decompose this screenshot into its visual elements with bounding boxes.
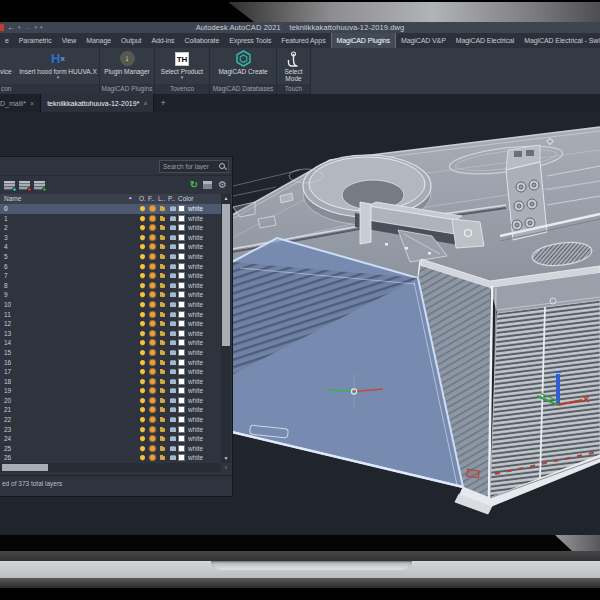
unlock-icon[interactable] xyxy=(160,437,165,441)
layer-row[interactable]: 8white xyxy=(0,281,221,291)
unlock-icon[interactable] xyxy=(160,361,165,365)
plot-printer-icon[interactable] xyxy=(170,447,176,451)
layer-row[interactable]: 13white xyxy=(0,329,221,339)
ribbon-tab-output[interactable]: Output xyxy=(116,33,146,48)
layer-row[interactable]: 4white xyxy=(0,242,221,252)
plot-printer-icon[interactable] xyxy=(170,408,176,412)
dropdown-caret-icon[interactable]: ▾ xyxy=(181,75,184,79)
column-lock[interactable]: L.. xyxy=(158,195,165,202)
unlock-icon[interactable] xyxy=(160,399,165,403)
scroll-up-icon[interactable]: ▲ xyxy=(221,194,231,203)
plot-printer-icon[interactable] xyxy=(170,361,176,365)
color-swatch-icon[interactable] xyxy=(179,436,184,441)
on-bulb-icon[interactable] xyxy=(140,436,145,441)
on-bulb-icon[interactable] xyxy=(140,407,145,412)
on-bulb-icon[interactable] xyxy=(140,216,145,221)
ribbon-tab-magicad-v-p[interactable]: MagiCAD V&P xyxy=(396,33,451,48)
ribbon-tab-express-tools[interactable]: Express Tools xyxy=(224,33,276,48)
new-layer-icon[interactable] xyxy=(4,181,15,190)
freeze-sun-icon[interactable] xyxy=(150,254,155,259)
on-bulb-icon[interactable] xyxy=(140,225,145,230)
freeze-sun-icon[interactable] xyxy=(150,407,155,412)
unlock-icon[interactable] xyxy=(160,217,165,221)
on-bulb-icon[interactable] xyxy=(140,254,145,259)
freeze-sun-icon[interactable] xyxy=(150,273,155,278)
freeze-sun-icon[interactable] xyxy=(150,312,155,317)
plot-printer-icon[interactable] xyxy=(170,428,176,432)
plot-printer-icon[interactable] xyxy=(170,313,176,317)
column-name[interactable]: Name xyxy=(4,195,21,202)
on-bulb-icon[interactable] xyxy=(140,360,145,365)
ribbon-tab-manage[interactable]: Manage xyxy=(81,33,116,48)
color-swatch-icon[interactable] xyxy=(179,225,184,230)
layer-row[interactable]: 3white xyxy=(0,233,221,243)
unlock-icon[interactable] xyxy=(160,447,165,451)
plot-printer-icon[interactable] xyxy=(170,399,176,403)
layer-row[interactable]: 6white xyxy=(0,262,221,272)
color-swatch-icon[interactable] xyxy=(179,369,184,374)
plot-printer-icon[interactable] xyxy=(170,245,176,249)
color-swatch-icon[interactable] xyxy=(179,417,184,422)
plot-printer-icon[interactable] xyxy=(170,437,176,441)
unlock-icon[interactable] xyxy=(160,255,165,259)
new-tab-button[interactable]: + xyxy=(154,94,171,112)
plot-printer-icon[interactable] xyxy=(170,265,176,269)
unlock-icon[interactable] xyxy=(160,418,165,422)
plugin-manager-button[interactable]: ↓ Plugin Manager xyxy=(101,48,153,84)
color-swatch-icon[interactable] xyxy=(179,350,184,355)
scrollbar-thumb[interactable] xyxy=(222,204,230,346)
freeze-sun-icon[interactable] xyxy=(150,264,155,269)
plot-printer-icon[interactable] xyxy=(170,456,176,460)
freeze-sun-icon[interactable] xyxy=(150,446,155,451)
unlock-icon[interactable] xyxy=(160,274,165,278)
plot-printer-icon[interactable] xyxy=(170,207,176,211)
ribbon-tab-featured-apps[interactable]: Featured Apps xyxy=(276,33,330,48)
plot-printer-icon[interactable] xyxy=(170,341,176,345)
scroll-right-icon[interactable]: › xyxy=(221,463,231,472)
freeze-sun-icon[interactable] xyxy=(150,350,155,355)
on-bulb-icon[interactable] xyxy=(140,340,145,345)
ribbon-button-partial[interactable]: vice xyxy=(0,48,16,84)
unlock-icon[interactable] xyxy=(160,313,165,317)
freeze-sun-icon[interactable] xyxy=(150,388,155,393)
on-bulb-icon[interactable] xyxy=(140,331,145,336)
unlock-icon[interactable] xyxy=(160,428,165,432)
set-current-layer-icon[interactable] xyxy=(34,181,45,190)
on-bulb-icon[interactable] xyxy=(140,350,145,355)
plot-printer-icon[interactable] xyxy=(170,236,176,240)
layer-row[interactable]: 25white xyxy=(0,444,221,454)
on-bulb-icon[interactable] xyxy=(140,206,145,211)
color-swatch-icon[interactable] xyxy=(179,388,184,393)
color-swatch-icon[interactable] xyxy=(179,302,184,307)
color-swatch-icon[interactable] xyxy=(179,264,184,269)
color-swatch-icon[interactable] xyxy=(179,340,184,345)
file-tab-dmalli[interactable]: D_malli* × xyxy=(0,94,41,112)
plot-printer-icon[interactable] xyxy=(170,255,176,259)
ribbon-tab-collaborate[interactable]: Collaborate xyxy=(179,33,224,48)
close-icon[interactable]: × xyxy=(30,100,34,107)
layer-row[interactable]: 16white xyxy=(0,358,221,368)
unlock-icon[interactable] xyxy=(160,284,165,288)
freeze-sun-icon[interactable] xyxy=(150,360,155,365)
color-swatch-icon[interactable] xyxy=(179,312,184,317)
unlock-icon[interactable] xyxy=(160,370,165,374)
color-swatch-icon[interactable] xyxy=(179,360,184,365)
unlock-icon[interactable] xyxy=(160,351,165,355)
color-swatch-icon[interactable] xyxy=(179,331,184,336)
color-swatch-icon[interactable] xyxy=(179,273,184,278)
sort-ascending-icon[interactable]: ▲ xyxy=(128,195,132,200)
on-bulb-icon[interactable] xyxy=(140,312,145,317)
unlock-icon[interactable] xyxy=(160,303,165,307)
freeze-sun-icon[interactable] xyxy=(150,331,155,336)
unlock-icon[interactable] xyxy=(160,265,165,269)
horizontal-scrollbar[interactable]: › xyxy=(0,463,221,472)
color-swatch-icon[interactable] xyxy=(179,398,184,403)
on-bulb-icon[interactable] xyxy=(140,235,145,240)
ribbon-tab-add-ins[interactable]: Add-ins xyxy=(146,33,179,48)
column-color[interactable]: Color xyxy=(178,195,194,202)
freeze-sun-icon[interactable] xyxy=(150,379,155,384)
on-bulb-icon[interactable] xyxy=(140,273,145,278)
select-product-button[interactable]: TH Select Product ▾ xyxy=(156,48,208,84)
color-swatch-icon[interactable] xyxy=(179,455,184,460)
color-swatch-icon[interactable] xyxy=(179,446,184,451)
